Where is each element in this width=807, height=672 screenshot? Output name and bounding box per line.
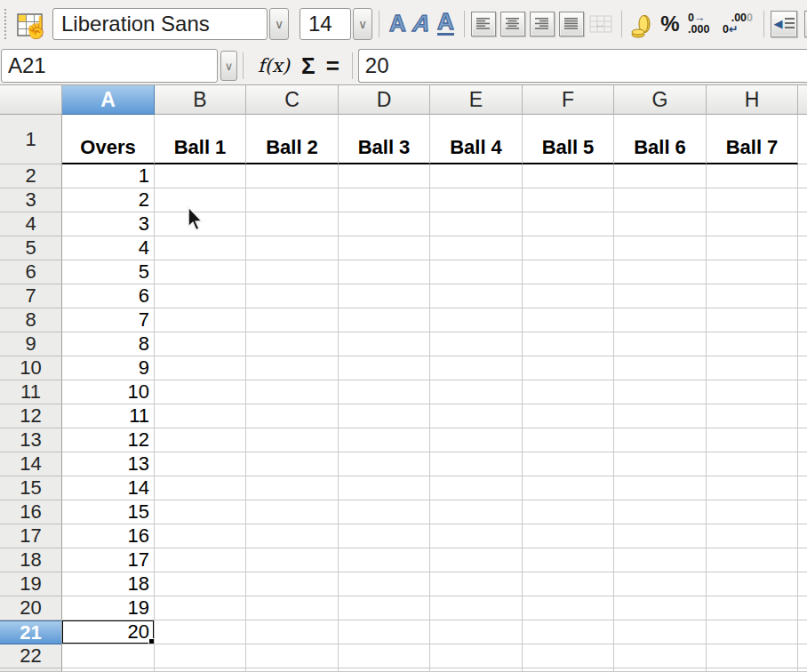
row-header-9[interactable]: 9	[0, 332, 62, 356]
cell-H2[interactable]	[707, 164, 798, 188]
sum-button[interactable]: Σ	[301, 52, 316, 80]
cell-G3[interactable]	[614, 188, 707, 212]
cell-B17[interactable]	[155, 524, 246, 548]
cell-B5[interactable]	[155, 236, 246, 260]
cell-E17[interactable]	[430, 524, 523, 548]
cell-H3[interactable]	[707, 188, 798, 212]
font-size-dropdown-button[interactable]: ∨	[353, 8, 372, 40]
cell-C15[interactable]	[246, 476, 339, 500]
cell-partial-8[interactable]	[798, 308, 807, 332]
add-decimal-button[interactable]: 0 → .000	[688, 10, 718, 38]
cell-E21[interactable]	[430, 620, 523, 644]
cell-C23[interactable]	[246, 668, 339, 672]
cell-D6[interactable]	[339, 260, 430, 284]
cell-H21[interactable]	[707, 620, 798, 644]
cell-E1[interactable]: Ball 4	[430, 115, 523, 164]
cell-F7[interactable]	[523, 284, 614, 308]
cell-H16[interactable]	[707, 500, 798, 524]
cell-B6[interactable]	[155, 260, 246, 284]
cell-H5[interactable]	[707, 236, 798, 260]
cell-B14[interactable]	[155, 452, 246, 476]
row-header-6[interactable]: 6	[0, 260, 62, 284]
formula-button[interactable]: =	[326, 52, 340, 80]
cell-H13[interactable]	[707, 428, 798, 452]
cell-C11[interactable]	[246, 380, 339, 404]
cell-E7[interactable]	[430, 284, 523, 308]
cell-partial-16[interactable]	[798, 500, 807, 524]
cell-F22[interactable]	[523, 644, 614, 668]
cell-B18[interactable]	[155, 548, 246, 572]
row-header-1[interactable]: 1	[0, 115, 62, 164]
cell-C5[interactable]	[246, 236, 339, 260]
cell-F5[interactable]	[523, 236, 614, 260]
cell-B20[interactable]	[155, 596, 246, 620]
cell-D14[interactable]	[339, 452, 430, 476]
cell-F12[interactable]	[523, 404, 614, 428]
cell-D19[interactable]	[339, 572, 430, 596]
cell-G15[interactable]	[614, 476, 707, 500]
cell-partial-6[interactable]	[798, 260, 807, 284]
cell-F6[interactable]	[523, 260, 614, 284]
cell-F4[interactable]	[523, 212, 614, 236]
cell-partial-7[interactable]	[798, 284, 807, 308]
cell-G19[interactable]	[614, 572, 707, 596]
cell-D21[interactable]	[339, 620, 430, 644]
cell-A18[interactable]: 17	[62, 548, 155, 572]
toolbar-drag-handle[interactable]	[4, 9, 6, 39]
cell-B19[interactable]	[155, 572, 246, 596]
cell-F9[interactable]	[523, 332, 614, 356]
cell-F19[interactable]	[523, 572, 614, 596]
cell-C3[interactable]	[246, 188, 339, 212]
cell-D5[interactable]	[339, 236, 430, 260]
cell-A6[interactable]: 5	[62, 260, 155, 284]
cell-C6[interactable]	[246, 260, 339, 284]
column-header-B[interactable]: B	[155, 85, 246, 115]
cell-A7[interactable]: 6	[62, 284, 155, 308]
cell-H4[interactable]	[707, 212, 798, 236]
cell-F3[interactable]	[523, 188, 614, 212]
row-header-8[interactable]: 8	[0, 308, 62, 332]
cell-G20[interactable]	[614, 596, 707, 620]
cell-A14[interactable]: 13	[62, 452, 155, 476]
cell-partial-21[interactable]	[798, 620, 807, 644]
cell-D20[interactable]	[339, 596, 430, 620]
cell-C22[interactable]	[246, 644, 339, 668]
cell-C14[interactable]	[246, 452, 339, 476]
cell-C10[interactable]	[246, 356, 339, 380]
cell-F20[interactable]	[523, 596, 614, 620]
cell-G7[interactable]	[614, 284, 707, 308]
row-header-18[interactable]: 18	[0, 548, 62, 572]
cell-C7[interactable]	[246, 284, 339, 308]
cell-G16[interactable]	[614, 500, 707, 524]
column-header-C[interactable]: C	[246, 85, 339, 115]
cell-B8[interactable]	[155, 308, 246, 332]
cell-A2[interactable]: 1	[62, 164, 155, 188]
cell-F16[interactable]	[523, 500, 614, 524]
cell-A22[interactable]	[62, 644, 155, 668]
row-header-10[interactable]: 10	[0, 356, 62, 380]
cell-B2[interactable]	[155, 164, 246, 188]
font-name-dropdown-button[interactable]: ∨	[269, 8, 289, 40]
cell-H18[interactable]	[707, 548, 798, 572]
cell-H9[interactable]	[707, 332, 798, 356]
row-header-21[interactable]: 21	[0, 620, 62, 644]
cell-G2[interactable]	[614, 164, 707, 188]
cell-G11[interactable]	[614, 380, 707, 404]
cell-D8[interactable]	[339, 308, 430, 332]
cell-C9[interactable]	[246, 332, 339, 356]
cell-H15[interactable]	[707, 476, 798, 500]
cell-H12[interactable]	[707, 404, 798, 428]
row-header-14[interactable]: 14	[0, 452, 62, 476]
cell-E8[interactable]	[430, 308, 523, 332]
cell-partial-1[interactable]	[798, 115, 807, 164]
italic-button[interactable]: A	[410, 9, 434, 39]
cell-E4[interactable]	[430, 212, 523, 236]
cell-A9[interactable]: 8	[62, 332, 155, 356]
cell-C2[interactable]	[246, 164, 339, 188]
select-all-corner[interactable]	[0, 85, 62, 115]
cell-E12[interactable]	[430, 404, 523, 428]
table-format-button[interactable]: ☝	[14, 7, 46, 41]
cell-E11[interactable]	[430, 380, 523, 404]
row-header-7[interactable]: 7	[0, 284, 62, 308]
cell-H22[interactable]	[707, 644, 798, 668]
